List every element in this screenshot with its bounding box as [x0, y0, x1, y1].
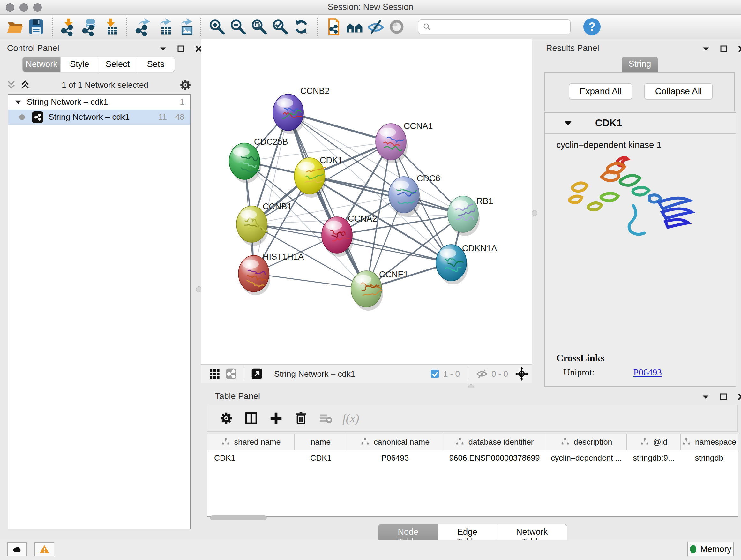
table-row[interactable]: CDK1CDK1P064939606.ENSP00000378699cyclin…	[207, 450, 738, 465]
collapse-all-icon[interactable]	[5, 79, 17, 91]
collapse-panel-icon[interactable]	[158, 44, 168, 54]
expand-all-icon[interactable]	[19, 79, 31, 91]
network-node-CCNE1[interactable]: CCNE1	[351, 270, 408, 311]
network-edge[interactable]	[254, 112, 288, 273]
node-table[interactable]: shared namenamecanonical namedatabase id…	[207, 434, 738, 516]
search-box[interactable]	[418, 19, 570, 34]
network-selector-row: 1 of 1 Network selected	[5, 77, 192, 92]
hide-unhide-button[interactable]	[365, 16, 386, 37]
float-panel-icon[interactable]	[719, 44, 729, 54]
cloud-tasks-button[interactable]	[7, 543, 27, 557]
show-columns-button[interactable]	[241, 408, 261, 428]
section-title: CDK1	[595, 118, 622, 129]
import-network-db-icon	[80, 18, 98, 36]
node-label: CCNB1	[263, 202, 292, 211]
import-network-database-button[interactable]	[79, 16, 100, 37]
cdk1-section-header[interactable]: CDK1	[545, 113, 736, 134]
float-panel-icon[interactable]	[176, 44, 186, 54]
results-actions: Expand All Collapse All	[544, 72, 735, 111]
tab-network[interactable]: Network	[23, 57, 61, 72]
function-builder-button-disabled: f(x)	[342, 411, 359, 425]
collapse-all-button[interactable]: Collapse All	[644, 83, 713, 99]
column-header-shared-name[interactable]: shared name	[207, 434, 294, 450]
network-collection-row[interactable]: String Network – cdk1 1	[8, 95, 190, 110]
network-edge[interactable]	[254, 273, 366, 289]
export-table-button[interactable]	[153, 16, 174, 37]
column-header-description[interactable]: description	[546, 434, 627, 450]
collapse-panel-icon[interactable]	[701, 44, 711, 54]
search-icon	[422, 22, 432, 32]
memory-button[interactable]: Memory	[687, 542, 734, 557]
tab-select[interactable]: Select	[99, 57, 137, 72]
selected-checkbox-icon[interactable]	[430, 369, 440, 379]
network-collection-count: 1	[180, 97, 185, 107]
table-cell: P06493	[347, 450, 443, 465]
warnings-button[interactable]	[35, 543, 54, 557]
network-node-RB1[interactable]: RB1	[448, 196, 493, 236]
column-header-database-identifier[interactable]: database identifier	[443, 434, 546, 450]
scrollbar-thumb[interactable]	[210, 515, 267, 520]
memory-label: Memory	[700, 544, 731, 554]
network-node-CDC6[interactable]: CDC6	[389, 174, 441, 216]
tree-expander-icon[interactable]	[14, 98, 22, 106]
zoom-selected-button[interactable]	[270, 16, 291, 37]
refresh-button[interactable]	[291, 16, 312, 37]
tab-sets[interactable]: Sets	[137, 57, 175, 72]
column-header-canonical-name[interactable]: canonical name	[347, 434, 443, 450]
column-header-id[interactable]: @id	[627, 434, 681, 450]
network-graph[interactable]: CCNB2CCNA1CDC25BCDK1CDC6RB1CCNB1CCNA2CDK…	[201, 39, 532, 364]
close-panel-icon[interactable]	[737, 392, 741, 401]
export-network-button[interactable]	[132, 16, 153, 37]
show-grid-button[interactable]	[206, 366, 223, 381]
network-edge[interactable]	[288, 112, 366, 289]
network-node-HIST1H1A[interactable]: HIST1H1A	[239, 252, 304, 295]
homes-icon	[346, 18, 363, 36]
share-session-button[interactable]	[323, 16, 344, 37]
save-session-button[interactable]	[25, 16, 47, 37]
table-horizontal-scrollbar[interactable]	[207, 515, 738, 522]
tab-string[interactable]: String	[622, 57, 658, 71]
network-node-CCNB2[interactable]: CCNB2	[273, 86, 330, 134]
fit-selected-crosshair-icon[interactable]	[515, 367, 529, 381]
export-image-button[interactable]	[174, 16, 195, 37]
delete-column-button[interactable]	[291, 408, 311, 428]
expand-all-button[interactable]: Expand All	[569, 83, 632, 99]
birds-eye-view-button[interactable]	[249, 366, 265, 381]
help-button[interactable]: ?	[583, 18, 601, 36]
network-node-CDKN1A[interactable]: CDKN1A	[436, 244, 497, 285]
main-toolbar: ?	[0, 15, 741, 39]
close-panel-icon[interactable]	[737, 44, 741, 54]
zoom-in-button[interactable]	[206, 16, 227, 37]
network-canvas[interactable]: CCNB2CCNA1CDC25BCDK1CDC6RB1CCNB1CCNA2CDK…	[201, 39, 532, 364]
network-node-CCNA2[interactable]: CCNA2	[322, 214, 377, 257]
string-style-button[interactable]	[223, 366, 239, 381]
application-window: Session: New Session ? Control Panel Net…	[0, 0, 741, 560]
save-icon	[27, 18, 45, 36]
import-table-button[interactable]	[100, 16, 121, 37]
zoom-selected-icon	[271, 18, 289, 36]
collapse-panel-icon[interactable]	[701, 392, 711, 401]
network-node-CCNA1[interactable]: CCNA1	[376, 121, 433, 164]
create-column-button[interactable]	[266, 408, 286, 428]
zoom-out-button[interactable]	[227, 16, 249, 37]
presentation-button[interactable]	[386, 16, 407, 37]
import-network-file-icon	[59, 18, 77, 36]
crosslink-link[interactable]: P06493	[633, 367, 662, 378]
network-row[interactable]: String Network – cdk1 11 48	[8, 110, 190, 125]
tab-style[interactable]: Style	[61, 57, 98, 72]
column-header-name[interactable]: name	[294, 434, 347, 450]
search-input[interactable]	[434, 21, 566, 32]
gear-icon[interactable]	[179, 78, 192, 91]
hidden-eye-slash-icon[interactable]	[475, 368, 488, 380]
titlebar: Session: New Session	[0, 0, 741, 15]
section-expander-icon[interactable]	[563, 118, 573, 128]
network-node-CCNB1[interactable]: CCNB1	[237, 202, 292, 246]
float-panel-icon[interactable]	[719, 392, 728, 401]
open-session-button[interactable]	[4, 16, 25, 37]
string-home-button[interactable]	[344, 16, 365, 37]
column-header-namespace[interactable]: namespace	[681, 434, 738, 450]
zoom-fit-button[interactable]	[249, 16, 270, 37]
import-network-file-button[interactable]	[58, 16, 79, 37]
right-divider-grip[interactable]	[532, 210, 537, 216]
table-settings-button[interactable]	[216, 408, 237, 428]
